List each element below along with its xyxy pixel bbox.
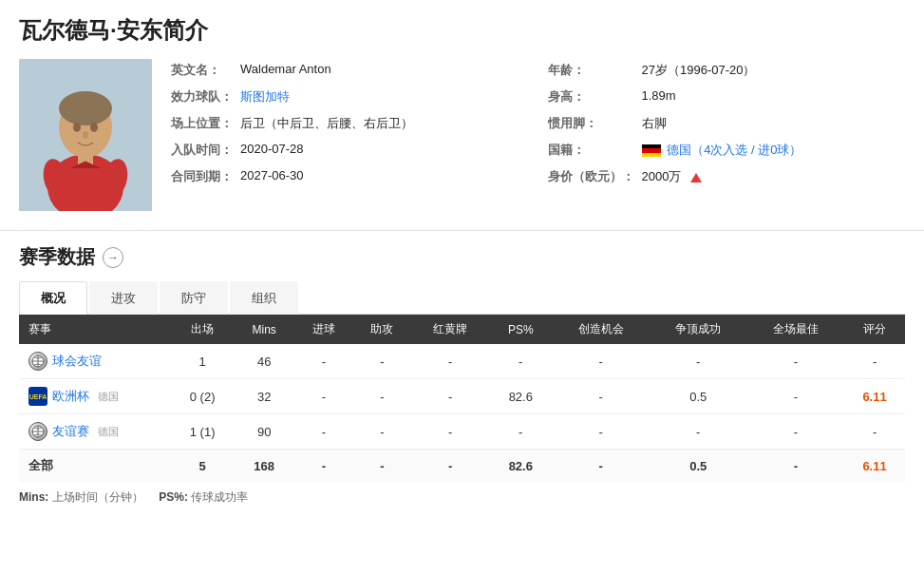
cell-rating: -: [844, 344, 905, 379]
cell-rating: 6.11: [844, 450, 905, 483]
competition-link[interactable]: 友谊赛: [52, 423, 89, 440]
cell-cards: -: [411, 414, 489, 450]
cell-assists: -: [353, 344, 412, 379]
cell-cards: -: [411, 450, 489, 483]
cell-aerial: -: [650, 414, 747, 450]
svg-point-3: [59, 91, 112, 125]
price-up-arrow-icon: [690, 173, 702, 182]
footnotes: Mins: 上场时间（分钟） PS%: 传球成功率: [19, 489, 905, 506]
label-nationality: 国籍：: [548, 139, 634, 162]
label-contract: 合同到期：: [171, 165, 233, 188]
label-price: 身价（欧元）：: [548, 165, 634, 188]
tab-overview[interactable]: 概况: [19, 281, 87, 315]
value-foot: 右脚: [642, 112, 906, 135]
value-nationality: 德国（4次入选 / 进0球）: [642, 139, 906, 162]
cell-rating: 6.11: [844, 379, 905, 414]
cell-chances: -: [552, 414, 650, 450]
tab-attack[interactable]: 进攻: [89, 281, 158, 315]
col-appearances: 出场: [171, 315, 234, 344]
cell-assists: -: [353, 379, 412, 414]
cell-cards: -: [411, 379, 489, 414]
cell-aerial: 0.5: [650, 450, 747, 483]
cell-chances: -: [552, 344, 650, 379]
cell-goals: -: [294, 414, 353, 450]
table-row: UEFA欧洲杯德国0 (2)32---82.6-0.5-6.11: [19, 379, 905, 414]
value-team: 斯图加特: [240, 86, 529, 108]
footnote-ps-label: PS%:: [159, 490, 188, 504]
cell-mins: 90: [234, 414, 294, 450]
col-competition: 赛事: [19, 315, 171, 344]
cell-competition: 球会友谊: [19, 344, 171, 379]
profile-section: 瓦尔德马·安东简介: [0, 0, 924, 231]
cell-appearances: 1 (1): [171, 414, 234, 450]
cell-assists: -: [353, 414, 412, 450]
cell-goals: -: [294, 379, 353, 414]
label-joined: 入队时间：: [171, 139, 233, 162]
cell-chances: -: [552, 450, 650, 483]
stats-title: 赛季数据 →: [19, 244, 905, 270]
competition-nation: 德国: [98, 390, 119, 404]
cell-aerial: -: [650, 344, 747, 379]
player-info-right: 年龄： 27岁（1996-07-20） 身高： 1.89m 惯用脚： 右脚 国籍…: [548, 59, 906, 211]
cell-mins: 46: [234, 344, 294, 379]
cell-mins: 168: [234, 450, 294, 483]
tab-organize[interactable]: 组织: [230, 281, 298, 315]
svg-point-6: [83, 131, 88, 139]
competition-nation: 德国: [98, 425, 119, 439]
col-aerial: 争顶成功: [650, 315, 747, 344]
cell-aerial: 0.5: [650, 379, 747, 414]
col-motm: 全场最佳: [747, 315, 845, 344]
cell-goals: -: [294, 344, 353, 379]
cell-appearances: 5: [171, 450, 234, 483]
cell-ps: -: [489, 414, 552, 450]
tab-defense[interactable]: 防守: [160, 281, 228, 315]
cell-goals: -: [294, 450, 353, 483]
table-row: 球会友谊146--------: [19, 344, 905, 379]
stats-navigate-button[interactable]: →: [103, 247, 123, 268]
stats-section: 赛季数据 → 概况 进攻 防守 组织 赛事 出场 Mins 进球 助攻 红黄牌 …: [0, 231, 924, 521]
cell-ps: -: [489, 344, 552, 379]
cell-competition: UEFA欧洲杯德国: [19, 379, 171, 414]
svg-point-5: [90, 123, 98, 132]
player-info-left: 英文名： Waldemar Anton 效力球队： 斯图加特 场上位置： 后卫（…: [171, 59, 529, 211]
value-english-name: Waldemar Anton: [240, 59, 529, 82]
value-joined: 2020-07-28: [240, 139, 529, 162]
footnote-mins-text: 上场时间（分钟）: [52, 490, 143, 504]
cell-ps: 82.6: [489, 450, 552, 483]
competition-total-label: 全部: [28, 458, 53, 472]
col-goals: 进球: [294, 315, 353, 344]
tabs-row: 概况 进攻 防守 组织: [19, 281, 905, 315]
profile-content: 英文名： Waldemar Anton 效力球队： 斯图加特 场上位置： 后卫（…: [19, 59, 905, 211]
col-rating: 评分: [844, 315, 905, 344]
team-link[interactable]: 斯图加特: [240, 89, 290, 104]
label-team: 效力球队：: [171, 86, 233, 108]
col-chances: 创造机会: [552, 315, 650, 344]
svg-point-4: [73, 123, 81, 132]
footnote-mins-label: Mins:: [19, 490, 48, 504]
value-position: 后卫（中后卫、后腰、右后卫）: [240, 112, 529, 135]
value-price: 2000万: [642, 165, 906, 188]
page-title: 瓦尔德马·安东简介: [19, 15, 905, 46]
cell-motm: -: [747, 379, 845, 414]
cell-chances: -: [552, 379, 650, 414]
value-age: 27岁（1996-07-20）: [642, 59, 906, 82]
euro-icon: UEFA: [28, 387, 47, 406]
germany-flag-icon: [642, 144, 661, 157]
cell-ps: 82.6: [489, 379, 552, 414]
col-assists: 助攻: [353, 315, 412, 344]
cell-mins: 32: [234, 379, 294, 414]
cell-cards: -: [411, 344, 489, 379]
competition-link[interactable]: 欧洲杯: [52, 388, 89, 405]
value-contract: 2027-06-30: [240, 165, 529, 188]
label-position: 场上位置：: [171, 112, 233, 135]
cell-appearances: 0 (2): [171, 379, 234, 414]
col-mins: Mins: [234, 315, 294, 344]
cell-motm: -: [747, 414, 845, 450]
col-cards: 红黄牌: [411, 315, 489, 344]
label-english-name: 英文名：: [171, 59, 233, 82]
label-age: 年龄：: [548, 59, 634, 82]
cell-competition: 全部: [19, 450, 171, 483]
nationality-link[interactable]: 德国（4次入选 / 进0球）: [667, 143, 801, 157]
competition-link[interactable]: 球会友谊: [52, 353, 102, 370]
cell-assists: -: [353, 450, 412, 483]
